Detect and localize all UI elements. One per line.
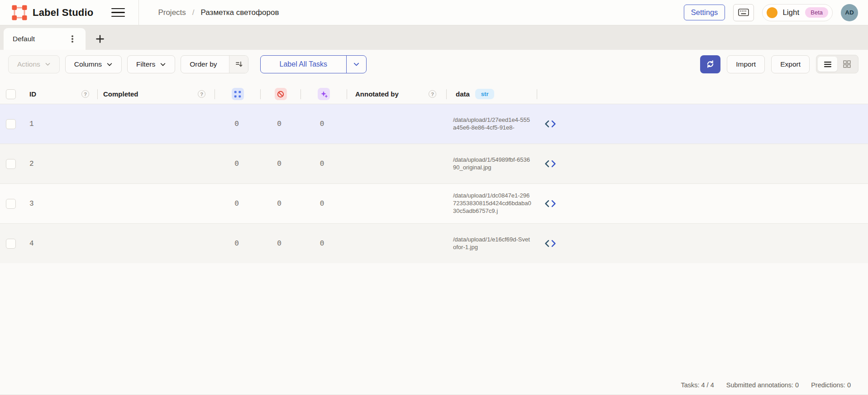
tab-menu-kebab-icon[interactable]	[67, 34, 77, 44]
order-by-button[interactable]: Order by	[181, 55, 248, 73]
select-task-checkbox[interactable]	[6, 199, 16, 209]
task-predictions-count: 0	[299, 104, 345, 144]
tab-label: Default	[4, 35, 35, 43]
task-annotated-by	[345, 224, 444, 263]
tab-bar: Default	[0, 25, 868, 50]
avatar[interactable]: AD	[841, 4, 858, 21]
filters-label: Filters	[136, 60, 155, 68]
list-view-icon	[824, 61, 832, 68]
chevron-down-icon	[45, 61, 51, 67]
import-label: Import	[736, 60, 756, 68]
filters-button[interactable]: Filters	[127, 55, 175, 73]
export-button[interactable]: Export	[771, 55, 810, 73]
code-icon[interactable]	[534, 104, 557, 144]
label-all-tasks-split-button: Label All Tasks	[260, 55, 367, 73]
theme-dot-icon	[767, 7, 777, 18]
task-cancelled-count: 0	[259, 224, 299, 263]
settings-button[interactable]: Settings	[684, 5, 725, 20]
table-row[interactable]: 1 0 0 0 /data/upload/1/27eed1e4-555a45e6…	[0, 104, 868, 144]
chevron-down-icon	[160, 61, 166, 67]
task-predictions-count: 0	[299, 184, 345, 223]
refresh-button[interactable]	[700, 55, 720, 73]
actions-button[interactable]: Actions	[8, 55, 60, 73]
task-annotated-by	[345, 144, 444, 183]
task-annotations-count: 0	[214, 104, 259, 144]
view-toggle	[816, 55, 858, 73]
beta-badge: Beta	[805, 7, 828, 18]
task-predictions-count: 0	[299, 144, 345, 183]
sort-icon[interactable]	[229, 56, 248, 73]
code-icon[interactable]	[534, 144, 557, 183]
tasks-count: Tasks: 4 / 4	[681, 381, 714, 389]
predictions-column-icon[interactable]	[318, 88, 330, 100]
data-type-badge[interactable]: str	[475, 89, 495, 99]
label-all-tasks-button[interactable]: Label All Tasks	[261, 56, 347, 73]
hamburger-icon[interactable]	[111, 5, 127, 20]
logo-icon	[12, 5, 27, 20]
app-title: Label Studio	[33, 7, 93, 19]
grid-view-icon	[843, 60, 851, 68]
select-all-checkbox[interactable]	[6, 89, 16, 99]
task-annotations-count: 0	[214, 184, 259, 223]
column-id-label[interactable]: ID	[29, 90, 36, 98]
select-task-checkbox[interactable]	[6, 239, 16, 249]
task-data-path: /data/upload/1/e16cf69d-Svetofor-1.jpg	[453, 236, 533, 251]
theme-toggle[interactable]: Light Beta	[762, 4, 833, 21]
grid-view-button[interactable]	[837, 57, 857, 72]
refresh-icon	[706, 59, 715, 69]
export-label: Export	[780, 60, 801, 68]
code-icon[interactable]	[534, 184, 557, 223]
order-by-label: Order by	[181, 60, 224, 68]
task-completed	[97, 144, 214, 183]
task-cancelled-count: 0	[259, 144, 299, 183]
task-annotations-count: 0	[214, 224, 259, 263]
keyboard-shortcuts-button[interactable]	[733, 4, 754, 21]
app-logo[interactable]: Label Studio	[0, 5, 93, 20]
task-annotated-by	[345, 184, 444, 223]
actions-label: Actions	[17, 60, 40, 68]
task-data-path: /data/upload/1/dc0847e1-29672353830815d4…	[453, 192, 533, 215]
table-row[interactable]: 2 0 0 0 /data/upload/1/54989fbf-653690_o…	[0, 144, 868, 183]
breadcrumb: Projects / Разметка светофоров	[158, 8, 279, 17]
task-predictions-count: 0	[299, 224, 345, 263]
task-id: 3	[22, 184, 97, 223]
predictions-count: Predictions: 0	[811, 381, 851, 389]
breadcrumb-separator: /	[192, 8, 195, 17]
task-completed	[97, 104, 214, 144]
columns-button[interactable]: Columns	[65, 55, 122, 73]
task-cancelled-count: 0	[259, 104, 299, 144]
column-annotated-by-label[interactable]: Annotated by	[355, 90, 399, 98]
plus-icon	[95, 34, 105, 43]
add-tab-button[interactable]	[94, 33, 106, 45]
breadcrumb-current-project: Разметка светофоров	[201, 8, 279, 17]
breadcrumb-projects-link[interactable]: Projects	[158, 8, 186, 17]
task-annotations-count: 0	[214, 144, 259, 183]
help-icon[interactable]: ?	[81, 90, 89, 98]
list-view-button[interactable]	[818, 57, 837, 72]
tab-default[interactable]: Default	[4, 28, 86, 50]
help-icon[interactable]: ?	[429, 90, 436, 98]
task-list: 1 0 0 0 /data/upload/1/27eed1e4-555a45e6…	[0, 104, 868, 263]
help-icon[interactable]: ?	[198, 90, 205, 98]
task-data-path: /data/upload/1/27eed1e4-555a45e6-8e86-4c…	[453, 116, 533, 132]
chevron-down-icon	[106, 61, 113, 67]
task-completed	[97, 224, 214, 263]
status-footer: Tasks: 4 / 4 Submitted annotations: 0 Pr…	[0, 377, 868, 395]
keyboard-icon	[738, 8, 749, 17]
column-data-label[interactable]: data	[456, 90, 470, 98]
import-button[interactable]: Import	[727, 55, 765, 73]
data-manager: Actions Columns Filters Order by	[0, 50, 868, 395]
task-id: 1	[22, 104, 97, 144]
select-task-checkbox[interactable]	[6, 119, 16, 129]
cancelled-column-icon[interactable]	[275, 88, 287, 100]
label-all-tasks-dropdown[interactable]	[346, 56, 366, 73]
table-row[interactable]: 3 0 0 0 /data/upload/1/dc0847e1-29672353…	[0, 183, 868, 223]
table-header: ID ? Completed ?	[0, 84, 868, 104]
task-completed	[97, 184, 214, 223]
column-completed-label[interactable]: Completed	[103, 90, 138, 98]
task-id: 2	[22, 144, 97, 183]
code-icon[interactable]	[534, 224, 557, 263]
annotations-column-icon[interactable]	[232, 88, 244, 100]
select-task-checkbox[interactable]	[6, 159, 16, 169]
table-row[interactable]: 4 0 0 0 /data/upload/1/e16cf69d-Svetofor…	[0, 223, 868, 263]
